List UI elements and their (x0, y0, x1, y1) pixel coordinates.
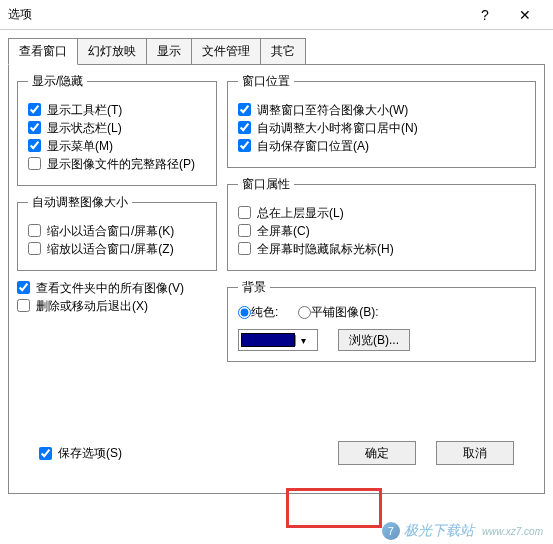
lbl-hidecursor: 全屏幕时隐藏鼠标光标(H) (257, 243, 394, 255)
chk-viewall[interactable] (17, 281, 30, 294)
group-window-attr-legend: 窗口属性 (238, 176, 294, 193)
color-swatch (241, 333, 295, 347)
watermark-text: 极光下载站 (404, 522, 474, 540)
chk-delexit[interactable] (17, 299, 30, 312)
lbl-tile: 平铺图像(B): (311, 304, 378, 321)
lbl-ontop: 总在上层显示(L) (257, 207, 344, 219)
chk-fullscreen[interactable] (238, 224, 251, 237)
lbl-delexit: 删除或移动后退出(X) (36, 300, 148, 312)
group-background: 背景 纯色: 平铺图像(B): ▾ 浏览(B)... (227, 279, 536, 362)
lbl-zoom: 缩放以适合窗口/屏幕(Z) (47, 243, 174, 255)
tab-slideshow[interactable]: 幻灯放映 (77, 38, 147, 65)
cancel-button[interactable]: 取消 (436, 441, 514, 465)
close-button[interactable]: ✕ (505, 1, 545, 29)
tab-view-window[interactable]: 查看窗口 (8, 38, 78, 65)
lbl-statusbar: 显示状态栏(L) (47, 122, 122, 134)
chk-statusbar[interactable] (28, 121, 41, 134)
radio-solid[interactable] (238, 306, 251, 319)
titlebar: 选项 ? ✕ (0, 0, 553, 30)
group-auto-size: 自动调整图像大小 缩小以适合窗口/屏幕(K) 缩放以适合窗口/屏幕(Z) (17, 194, 217, 271)
bottom-bar: 保存选项(S) 确定 取消 复制 (19, 441, 534, 465)
lbl-fitimage: 调整窗口至符合图像大小(W) (257, 104, 408, 116)
chk-savepos[interactable] (238, 139, 251, 152)
lbl-toolbar: 显示工具栏(T) (47, 104, 122, 116)
group-auto-size-legend: 自动调整图像大小 (28, 194, 132, 211)
lbl-fullpath: 显示图像文件的完整路径(P) (47, 158, 195, 170)
lbl-solid: 纯色: (251, 304, 278, 321)
ok-button[interactable]: 确定 (338, 441, 416, 465)
tab-content: 显示/隐藏 显示工具栏(T) 显示状态栏(L) 显示菜单(M) 显示图像文件的完… (8, 64, 545, 494)
group-show-hide-legend: 显示/隐藏 (28, 73, 87, 90)
tab-bar: 查看窗口 幻灯放映 显示 文件管理 其它 (8, 38, 545, 65)
lbl-viewall: 查看文件夹中的所有图像(V) (36, 282, 184, 294)
watermark-url: www.xz7.com (482, 526, 543, 537)
watermark-logo-icon: 7 (382, 522, 400, 540)
chk-ontop[interactable] (238, 206, 251, 219)
group-window-attr: 窗口属性 总在上层显示(L) 全屏幕(C) 全屏幕时隐藏鼠标光标(H) (227, 176, 536, 271)
tab-display[interactable]: 显示 (146, 38, 192, 65)
chk-autocenter[interactable] (238, 121, 251, 134)
chk-fitimage[interactable] (238, 103, 251, 116)
help-button[interactable]: ? (465, 1, 505, 29)
lbl-fullscreen: 全屏幕(C) (257, 225, 310, 237)
chk-shrink[interactable] (28, 224, 41, 237)
color-picker[interactable]: ▾ (238, 329, 318, 351)
group-window-position: 窗口位置 调整窗口至符合图像大小(W) 自动调整大小时将窗口居中(N) 自动保存… (227, 73, 536, 168)
chk-saveopts[interactable] (39, 447, 52, 460)
lbl-menu: 显示菜单(M) (47, 140, 113, 152)
radio-tile[interactable] (298, 306, 311, 319)
window-title: 选项 (8, 6, 465, 23)
group-window-position-legend: 窗口位置 (238, 73, 294, 90)
browse-button[interactable]: 浏览(B)... (338, 329, 410, 351)
tab-file-management[interactable]: 文件管理 (191, 38, 261, 65)
chk-toolbar[interactable] (28, 103, 41, 116)
group-show-hide: 显示/隐藏 显示工具栏(T) 显示状态栏(L) 显示菜单(M) 显示图像文件的完… (17, 73, 217, 186)
tab-other[interactable]: 其它 (260, 38, 306, 65)
lbl-shrink: 缩小以适合窗口/屏幕(K) (47, 225, 174, 237)
highlight-annotation (286, 488, 382, 528)
chk-fullpath[interactable] (28, 157, 41, 170)
group-background-legend: 背景 (238, 279, 270, 296)
chk-menu[interactable] (28, 139, 41, 152)
chk-hidecursor[interactable] (238, 242, 251, 255)
lbl-saveopts: 保存选项(S) (58, 447, 122, 459)
chevron-down-icon: ▾ (295, 335, 311, 346)
lbl-savepos: 自动保存窗口位置(A) (257, 140, 369, 152)
chk-zoom[interactable] (28, 242, 41, 255)
watermark: 7 极光下载站 www.xz7.com (382, 522, 543, 540)
lbl-autocenter: 自动调整大小时将窗口居中(N) (257, 122, 418, 134)
